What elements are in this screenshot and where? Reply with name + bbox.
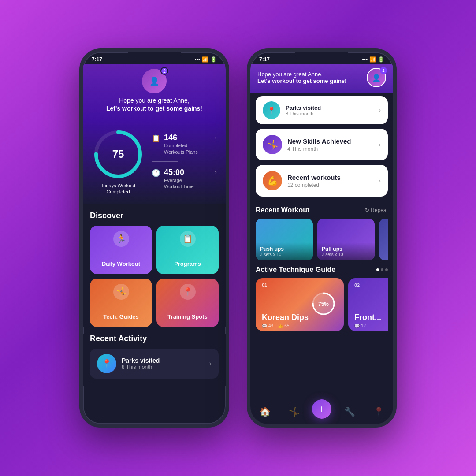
battery-icon-2: 🔋 (378, 56, 384, 63)
status-icons-2: ▪▪▪ 📶 🔋 (362, 56, 384, 63)
atg-dot-2 (381, 268, 383, 271)
korean-dips-card[interactable]: 01 Korean Dips 💬 43 👍 65 75% (256, 278, 344, 331)
discover-tech-guides[interactable]: 🤸 Tech. Guides (90, 279, 152, 327)
stats-right: 📋 146 CompletedWorkouts Plans › 🕐 45:00 … (152, 133, 217, 190)
parks-icon-wrap: 📍 (97, 354, 116, 373)
pullups-sets: 3 sets x 10 (322, 252, 370, 257)
map-icon: 📍 (373, 406, 384, 417)
parks-visited-card[interactable]: 📍 Parks visited 8 This month › (90, 349, 219, 379)
nav-exercises[interactable]: 🤸 (283, 406, 305, 417)
atg-section: Active Technique Guide 01 Korean Dips 💬 … (250, 260, 393, 331)
bottom-nav: 🏠 🤸 + 🔧 📍 (250, 401, 393, 424)
parks-info: Parks visited 8 This month (122, 357, 204, 370)
time-info: 45:00 EverageWorkout Time (164, 168, 211, 190)
partial-arrow: › (379, 106, 381, 114)
time-2: 7:17 (259, 56, 270, 63)
atg-dot-1 (376, 268, 379, 271)
discover-daily-workout[interactable]: 🏃 Daily Workout (90, 226, 152, 274)
p2-greeting: Hope you are great Anne, Let's workout t… (257, 71, 362, 84)
battery-icon: 🔋 (210, 56, 217, 63)
pushups-name: Push ups (260, 246, 309, 252)
korean-dips-progress: 75% (310, 290, 337, 319)
wifi-icon-2: 📶 (369, 56, 376, 63)
nav-tools[interactable]: 🔧 (338, 406, 361, 417)
rw-title: Recent Workout (256, 206, 309, 214)
discover-title: Discover (90, 211, 219, 220)
parks-title: Parks visited (122, 357, 204, 364)
p2-notification-badge: 2 (380, 67, 387, 74)
korean-dips-likes: 👍 65 (278, 324, 289, 328)
workouts-value: 146 (164, 133, 211, 142)
greeting-line1: Hope you are great Anne, (106, 97, 202, 104)
skills-info: New Skills Achieved 4 This month (287, 138, 373, 152)
recent-workout-section: Recent Workout ↻ Repeat Push ups 3 sets … (250, 201, 393, 260)
p2-avatar-img: 👤 (372, 74, 381, 82)
stat-time[interactable]: 🕐 45:00 EverageWorkout Time › (152, 168, 217, 190)
phone1-header: 👤 2 Hope you are great Anne, Let's worko… (83, 64, 226, 121)
progress-label-text: Todays WorkoutCompleted (101, 183, 136, 194)
workouts-info: 146 CompletedWorkouts Plans (164, 133, 211, 155)
pullups-name: Pull ups (322, 246, 370, 252)
wifi-icon: 📶 (202, 56, 208, 63)
front-comments: 💬 12 (354, 324, 366, 328)
p2-avatar[interactable]: 👤 2 (367, 68, 386, 87)
pushups-info: Push ups 3 sets x 10 (256, 242, 313, 260)
atg-pagination (376, 268, 388, 271)
nav-map[interactable]: 📍 (368, 406, 390, 417)
korean-dips-stats: 💬 43 👍 65 (262, 324, 289, 328)
skills-card[interactable]: 🤸 New Skills Achieved 4 This month › (256, 129, 388, 160)
daily-workout-icon: 🏃 (113, 231, 129, 247)
notch-1 (128, 52, 181, 62)
pushups-card[interactable]: Push ups 3 sets x 10 (256, 219, 313, 260)
recent-activity-title: Recent Activity (90, 334, 219, 343)
p2-greeting-2: Let's workout to get some gains! (257, 78, 362, 84)
partial-parks-icon: 📍 (263, 101, 280, 119)
front-stats: 💬 12 (354, 324, 366, 328)
korean-dips-comments: 💬 43 (262, 324, 273, 328)
rw-repeat-button[interactable]: ↻ Repeat (365, 207, 388, 213)
progress-circle-wrap: 75 Todays WorkoutCompleted (92, 128, 145, 195)
skills-title: New Skills Achieved (287, 138, 373, 145)
front-card[interactable]: 02 Front... 💬 12 (348, 278, 388, 331)
time-icon: 🕐 (152, 169, 160, 177)
skills-icon: 🤸 (263, 135, 282, 154)
time-value: 45:00 (164, 168, 211, 177)
korean-dips-num: 01 (262, 283, 267, 288)
rw-header: Recent Workout ↻ Repeat (256, 206, 388, 214)
nav-home[interactable]: 🏠 (254, 406, 276, 417)
workouts-card-sub: 12 completed (287, 182, 373, 188)
front-num: 02 (354, 283, 360, 288)
phone-2: 7:17 ▪▪▪ 📶 🔋 Hope you are great Anne, Le… (247, 48, 397, 428)
time-1: 7:17 (92, 56, 102, 63)
workouts-card-arrow: › (379, 177, 381, 185)
workouts-arrow: › (215, 134, 217, 141)
partial-parks-card[interactable]: 📍 Parks visited 8 This month › (256, 96, 388, 124)
phone-1: 7:17 ▪▪▪ 📶 🔋 👤 2 Hope you are great Anne… (79, 48, 229, 428)
tech-guides-icon: 🤸 (113, 284, 129, 300)
parks-subtitle: 8 This month (122, 364, 204, 370)
notch-2 (295, 52, 348, 62)
time-label: EverageWorkout Time (164, 177, 211, 190)
partial-parks-info: Parks visited 8 This month (286, 104, 373, 116)
exercises-icon: 🤸 (289, 406, 300, 417)
workouts-card[interactable]: 💪 Recent workouts 12 completed › (256, 165, 388, 197)
home-icon: 🏠 (260, 406, 271, 417)
nav-add-button[interactable]: + (312, 399, 331, 419)
tools-icon: 🔧 (344, 406, 355, 417)
workouts-label: CompletedWorkouts Plans (164, 142, 211, 155)
more-card[interactable] (379, 219, 388, 260)
avatar-wrap[interactable]: 👤 2 (142, 69, 167, 93)
pullups-card[interactable]: Pull ups 3 sets x 10 (317, 219, 375, 260)
greeting-line2: Let's workout to get some gains! (106, 105, 202, 112)
atg-header: Active Technique Guide (256, 266, 388, 274)
workouts-card-title: Recent workouts (287, 174, 373, 181)
workouts-icon-wrap: 💪 (263, 171, 282, 190)
atg-title: Active Technique Guide (256, 266, 335, 274)
discover-programs[interactable]: 📋 Programs (156, 226, 219, 274)
skills-sub: 4 This month (287, 146, 373, 152)
front-name: Front... (354, 313, 381, 322)
stat-workouts[interactable]: 📋 146 CompletedWorkouts Plans › (152, 133, 217, 155)
discover-training-spots[interactable]: 📍 Training Spots (156, 279, 219, 327)
atg-cards-list: 01 Korean Dips 💬 43 👍 65 75% (256, 278, 388, 331)
partial-parks-title: Parks visited (286, 104, 373, 111)
